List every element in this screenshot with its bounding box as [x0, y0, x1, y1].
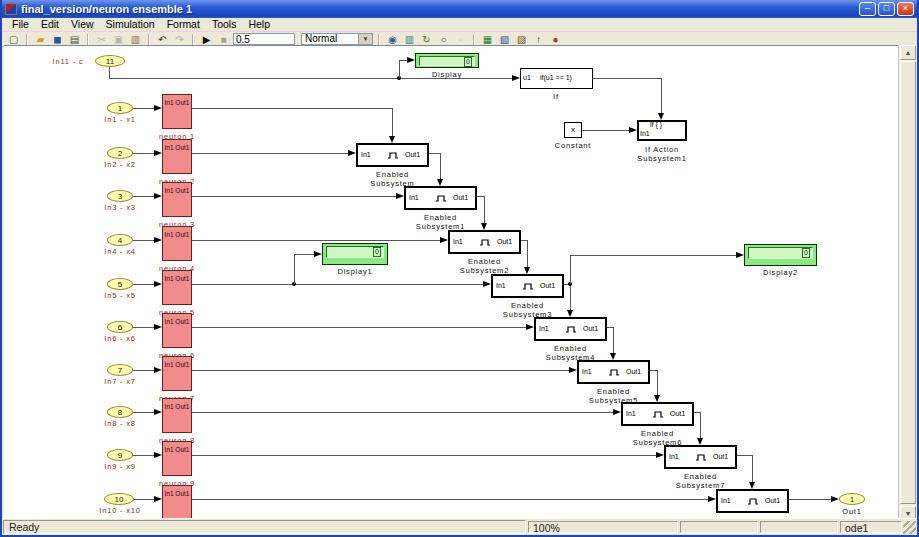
neuron-block-7[interactable]: In1 Out1 — [162, 356, 192, 391]
wire-neuron8[interactable] — [192, 412, 613, 413]
library-browser-icon[interactable]: ▦ — [480, 33, 495, 46]
signal-wire[interactable] — [582, 130, 629, 131]
save-model-icon[interactable]: ◼ — [50, 33, 65, 46]
neuron-block-9[interactable]: In1 Out1 — [162, 441, 192, 476]
menu-tools[interactable]: Tools — [206, 18, 243, 31]
wire-to-out1[interactable] — [789, 499, 831, 500]
paste-icon[interactable]: ▥ — [128, 33, 143, 46]
signal-wire[interactable] — [593, 78, 661, 79]
signal-wire[interactable] — [570, 284, 571, 310]
menu-view[interactable]: View — [65, 18, 100, 31]
wire-neuron9[interactable] — [192, 455, 656, 456]
wire-neuron3[interactable] — [192, 196, 396, 197]
model-canvas[interactable]: 11In11 - c0Displayu1if(u1 == 1)IfxConsta… — [4, 45, 901, 522]
toggle-browser-icon[interactable]: ↑ — [531, 33, 546, 46]
signal-wire[interactable] — [570, 255, 571, 284]
inport-6[interactable]: 6 — [107, 321, 133, 333]
model-browser-icon[interactable]: ▧ — [497, 33, 512, 46]
debugger-icon[interactable]: ● — [548, 33, 563, 46]
minimize-button[interactable]: – — [859, 2, 876, 16]
signal-wire[interactable] — [133, 327, 154, 328]
inport-9[interactable]: 9 — [107, 449, 133, 461]
menu-file[interactable]: File — [6, 18, 35, 31]
print-icon[interactable]: ▤ — [67, 33, 82, 46]
neuron-block-1[interactable]: In1 Out1 — [162, 94, 192, 129]
inport-5[interactable]: 5 — [107, 278, 133, 290]
maximize-button[interactable]: □ — [878, 2, 895, 16]
wire-neuron7[interactable] — [192, 370, 569, 371]
signal-wire[interactable] — [657, 370, 658, 395]
wire-neuron4[interactable] — [192, 240, 440, 241]
simulation-stop-time-input[interactable] — [233, 33, 295, 45]
refresh-model-icon[interactable]: ↻ — [419, 33, 434, 46]
simulation-clock-icon[interactable]: ○ — [436, 33, 451, 46]
menu-help[interactable]: Help — [242, 18, 276, 31]
signal-wire[interactable] — [429, 153, 440, 154]
signal-wire[interactable] — [392, 108, 393, 136]
inport-2[interactable]: 2 — [107, 147, 133, 159]
neuron-block-5[interactable]: In1 Out1 — [162, 270, 192, 305]
signal-wire[interactable] — [133, 370, 154, 371]
signal-wire[interactable] — [399, 60, 407, 61]
inport-4[interactable]: 4 — [107, 234, 133, 246]
wire-neuron10[interactable] — [192, 499, 708, 500]
neuron-block-4[interactable]: In1 Out1 — [162, 226, 192, 261]
inport-7[interactable]: 7 — [107, 364, 133, 376]
signal-wire[interactable] — [133, 240, 154, 241]
new-model-icon[interactable]: ▢ — [6, 33, 21, 46]
undo-icon[interactable]: ↶ — [155, 33, 170, 46]
wire-to-display2[interactable] — [570, 255, 736, 256]
neuron-block-3[interactable]: In1 Out1 — [162, 182, 192, 217]
scope-icon[interactable]: ▥ — [402, 33, 417, 46]
signal-wire[interactable] — [134, 499, 154, 500]
neuron-block-10[interactable]: In1 Out1 — [162, 485, 192, 520]
signal-wire[interactable] — [133, 196, 154, 197]
signal-wire[interactable] — [477, 196, 484, 197]
wire-neuron5[interactable] — [192, 284, 483, 285]
neuron-block-8[interactable]: In1 Out1 — [162, 398, 192, 433]
signal-wire[interactable] — [399, 60, 400, 78]
open-model-icon[interactable]: ▰ — [33, 33, 48, 46]
inport-11[interactable]: 11 — [95, 55, 125, 67]
neuron-block-6[interactable]: In1 Out1 — [162, 313, 192, 348]
wire-to-display1[interactable] — [294, 254, 314, 255]
signal-wire[interactable] — [294, 254, 295, 284]
close-button[interactable]: × — [897, 2, 914, 16]
inport-3[interactable]: 3 — [107, 190, 133, 202]
inport-8[interactable]: 8 — [107, 406, 133, 418]
chevron-down-icon[interactable]: ▼ — [358, 34, 372, 44]
signal-wire[interactable] — [133, 153, 154, 154]
signal-wire[interactable] — [752, 455, 753, 482]
wire-neuron1-enable[interactable] — [192, 108, 392, 109]
resize-grip[interactable] — [903, 521, 916, 534]
signal-wire[interactable] — [527, 240, 528, 267]
neuron-block-2[interactable]: In1 Out1 — [162, 139, 192, 174]
menu-simulation[interactable]: Simulation — [100, 18, 161, 31]
signal-wire[interactable] — [133, 412, 154, 413]
signal-wire[interactable] — [484, 196, 485, 223]
constant-block[interactable]: x — [564, 122, 582, 138]
simulation-mode-select[interactable]: Normal▼ — [301, 33, 373, 45]
outport-1[interactable]: 1 — [839, 493, 865, 505]
signal-wire[interactable] — [613, 327, 614, 353]
model-explorer-icon[interactable]: ▨ — [514, 33, 529, 46]
scrollbar-thumb[interactable] — [900, 61, 916, 504]
wire-neuron2[interactable] — [192, 153, 348, 154]
menu-edit[interactable]: Edit — [35, 18, 65, 31]
scroll-up-button[interactable]: ▲ — [900, 45, 916, 60]
vertical-scrollbar[interactable]: ▲ ▼ — [898, 45, 917, 521]
signal-wire[interactable] — [661, 78, 662, 113]
signal-wire[interactable] — [133, 455, 154, 456]
signal-wire[interactable] — [700, 412, 701, 438]
inport-1[interactable]: 1 — [107, 102, 133, 114]
signal-wire[interactable] — [133, 108, 154, 109]
signal-wire[interactable] — [109, 67, 110, 78]
signal-wire[interactable] — [650, 370, 657, 371]
menu-format[interactable]: Format — [161, 18, 206, 31]
signal-wire[interactable] — [440, 153, 441, 179]
signal-wire[interactable] — [737, 455, 752, 456]
wire-neuron6[interactable] — [192, 327, 526, 328]
signal-wire[interactable] — [133, 284, 154, 285]
start-simulation-icon[interactable]: ▶ — [199, 33, 214, 46]
find-icon[interactable]: ◉ — [385, 33, 400, 46]
